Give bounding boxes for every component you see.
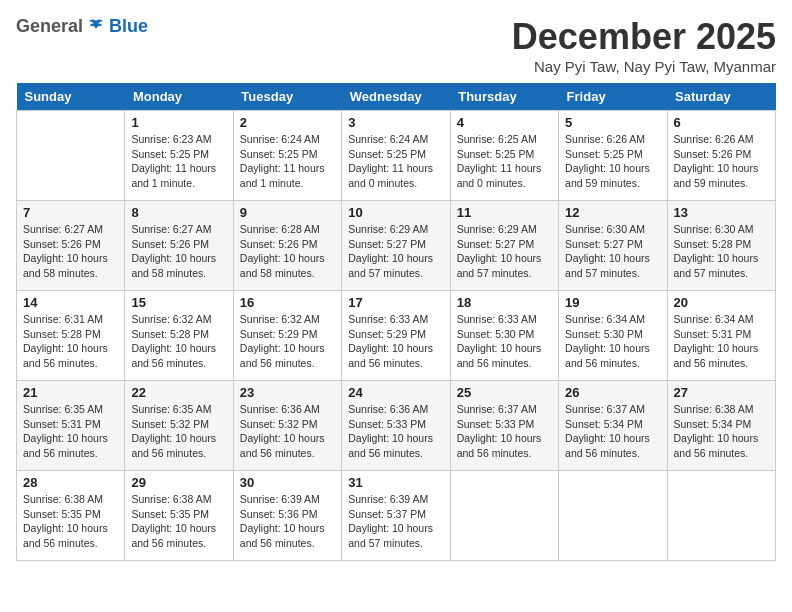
calendar-cell: 5Sunrise: 6:26 AMSunset: 5:25 PMDaylight…: [559, 111, 667, 201]
day-number: 27: [674, 385, 769, 400]
day-number: 11: [457, 205, 552, 220]
calendar-table: SundayMondayTuesdayWednesdayThursdayFrid…: [16, 83, 776, 561]
day-number: 16: [240, 295, 335, 310]
calendar-cell: 31Sunrise: 6:39 AMSunset: 5:37 PMDayligh…: [342, 471, 450, 561]
day-info: Sunrise: 6:37 AMSunset: 5:34 PMDaylight:…: [565, 402, 660, 461]
day-info: Sunrise: 6:35 AMSunset: 5:31 PMDaylight:…: [23, 402, 118, 461]
day-info: Sunrise: 6:23 AMSunset: 5:25 PMDaylight:…: [131, 132, 226, 191]
day-header-sunday: Sunday: [17, 83, 125, 111]
calendar-cell: 29Sunrise: 6:38 AMSunset: 5:35 PMDayligh…: [125, 471, 233, 561]
day-number: 6: [674, 115, 769, 130]
day-number: 10: [348, 205, 443, 220]
calendar-cell: 27Sunrise: 6:38 AMSunset: 5:34 PMDayligh…: [667, 381, 775, 471]
calendar-header-row: SundayMondayTuesdayWednesdayThursdayFrid…: [17, 83, 776, 111]
day-number: 26: [565, 385, 660, 400]
logo: General Blue: [16, 16, 148, 37]
day-number: 8: [131, 205, 226, 220]
day-info: Sunrise: 6:33 AMSunset: 5:29 PMDaylight:…: [348, 312, 443, 371]
calendar-cell: 30Sunrise: 6:39 AMSunset: 5:36 PMDayligh…: [233, 471, 341, 561]
day-info: Sunrise: 6:32 AMSunset: 5:28 PMDaylight:…: [131, 312, 226, 371]
calendar-cell: 19Sunrise: 6:34 AMSunset: 5:30 PMDayligh…: [559, 291, 667, 381]
day-info: Sunrise: 6:33 AMSunset: 5:30 PMDaylight:…: [457, 312, 552, 371]
day-info: Sunrise: 6:36 AMSunset: 5:33 PMDaylight:…: [348, 402, 443, 461]
title-section: December 2025 Nay Pyi Taw, Nay Pyi Taw, …: [512, 16, 776, 75]
calendar-cell: 11Sunrise: 6:29 AMSunset: 5:27 PMDayligh…: [450, 201, 558, 291]
day-number: 24: [348, 385, 443, 400]
calendar-cell: 17Sunrise: 6:33 AMSunset: 5:29 PMDayligh…: [342, 291, 450, 381]
day-number: 14: [23, 295, 118, 310]
day-number: 29: [131, 475, 226, 490]
calendar-week-3: 14Sunrise: 6:31 AMSunset: 5:28 PMDayligh…: [17, 291, 776, 381]
day-info: Sunrise: 6:38 AMSunset: 5:35 PMDaylight:…: [23, 492, 118, 551]
day-info: Sunrise: 6:25 AMSunset: 5:25 PMDaylight:…: [457, 132, 552, 191]
day-info: Sunrise: 6:24 AMSunset: 5:25 PMDaylight:…: [348, 132, 443, 191]
logo-general-text: General: [16, 16, 83, 37]
day-number: 25: [457, 385, 552, 400]
calendar-cell: 21Sunrise: 6:35 AMSunset: 5:31 PMDayligh…: [17, 381, 125, 471]
calendar-cell: 25Sunrise: 6:37 AMSunset: 5:33 PMDayligh…: [450, 381, 558, 471]
day-number: 1: [131, 115, 226, 130]
day-info: Sunrise: 6:27 AMSunset: 5:26 PMDaylight:…: [131, 222, 226, 281]
day-info: Sunrise: 6:34 AMSunset: 5:31 PMDaylight:…: [674, 312, 769, 371]
calendar-cell: 9Sunrise: 6:28 AMSunset: 5:26 PMDaylight…: [233, 201, 341, 291]
day-number: 18: [457, 295, 552, 310]
day-header-monday: Monday: [125, 83, 233, 111]
calendar-cell: 1Sunrise: 6:23 AMSunset: 5:25 PMDaylight…: [125, 111, 233, 201]
day-info: Sunrise: 6:30 AMSunset: 5:28 PMDaylight:…: [674, 222, 769, 281]
day-number: 2: [240, 115, 335, 130]
day-number: 3: [348, 115, 443, 130]
calendar-cell: [17, 111, 125, 201]
calendar-cell: 13Sunrise: 6:30 AMSunset: 5:28 PMDayligh…: [667, 201, 775, 291]
day-info: Sunrise: 6:24 AMSunset: 5:25 PMDaylight:…: [240, 132, 335, 191]
logo-blue-text: Blue: [109, 16, 148, 37]
calendar-cell: 15Sunrise: 6:32 AMSunset: 5:28 PMDayligh…: [125, 291, 233, 381]
day-info: Sunrise: 6:28 AMSunset: 5:26 PMDaylight:…: [240, 222, 335, 281]
calendar-cell: 7Sunrise: 6:27 AMSunset: 5:26 PMDaylight…: [17, 201, 125, 291]
day-number: 7: [23, 205, 118, 220]
calendar-cell: 24Sunrise: 6:36 AMSunset: 5:33 PMDayligh…: [342, 381, 450, 471]
calendar-cell: 28Sunrise: 6:38 AMSunset: 5:35 PMDayligh…: [17, 471, 125, 561]
day-info: Sunrise: 6:26 AMSunset: 5:26 PMDaylight:…: [674, 132, 769, 191]
day-number: 31: [348, 475, 443, 490]
day-header-tuesday: Tuesday: [233, 83, 341, 111]
day-info: Sunrise: 6:29 AMSunset: 5:27 PMDaylight:…: [457, 222, 552, 281]
day-header-thursday: Thursday: [450, 83, 558, 111]
day-header-wednesday: Wednesday: [342, 83, 450, 111]
calendar-cell: 26Sunrise: 6:37 AMSunset: 5:34 PMDayligh…: [559, 381, 667, 471]
day-info: Sunrise: 6:36 AMSunset: 5:32 PMDaylight:…: [240, 402, 335, 461]
day-info: Sunrise: 6:26 AMSunset: 5:25 PMDaylight:…: [565, 132, 660, 191]
day-header-saturday: Saturday: [667, 83, 775, 111]
calendar-cell: [559, 471, 667, 561]
day-number: 23: [240, 385, 335, 400]
calendar-cell: 22Sunrise: 6:35 AMSunset: 5:32 PMDayligh…: [125, 381, 233, 471]
calendar-cell: 23Sunrise: 6:36 AMSunset: 5:32 PMDayligh…: [233, 381, 341, 471]
day-number: 9: [240, 205, 335, 220]
day-info: Sunrise: 6:38 AMSunset: 5:35 PMDaylight:…: [131, 492, 226, 551]
day-info: Sunrise: 6:39 AMSunset: 5:37 PMDaylight:…: [348, 492, 443, 551]
day-number: 21: [23, 385, 118, 400]
calendar-cell: 10Sunrise: 6:29 AMSunset: 5:27 PMDayligh…: [342, 201, 450, 291]
calendar-cell: [667, 471, 775, 561]
calendar-cell: 16Sunrise: 6:32 AMSunset: 5:29 PMDayligh…: [233, 291, 341, 381]
day-number: 15: [131, 295, 226, 310]
calendar-cell: 6Sunrise: 6:26 AMSunset: 5:26 PMDaylight…: [667, 111, 775, 201]
day-info: Sunrise: 6:39 AMSunset: 5:36 PMDaylight:…: [240, 492, 335, 551]
day-number: 20: [674, 295, 769, 310]
day-number: 30: [240, 475, 335, 490]
month-title: December 2025: [512, 16, 776, 58]
calendar-cell: 8Sunrise: 6:27 AMSunset: 5:26 PMDaylight…: [125, 201, 233, 291]
location-text: Nay Pyi Taw, Nay Pyi Taw, Myanmar: [512, 58, 776, 75]
day-header-friday: Friday: [559, 83, 667, 111]
calendar-cell: 3Sunrise: 6:24 AMSunset: 5:25 PMDaylight…: [342, 111, 450, 201]
day-info: Sunrise: 6:35 AMSunset: 5:32 PMDaylight:…: [131, 402, 226, 461]
calendar-week-1: 1Sunrise: 6:23 AMSunset: 5:25 PMDaylight…: [17, 111, 776, 201]
calendar-cell: [450, 471, 558, 561]
day-info: Sunrise: 6:37 AMSunset: 5:33 PMDaylight:…: [457, 402, 552, 461]
calendar-week-5: 28Sunrise: 6:38 AMSunset: 5:35 PMDayligh…: [17, 471, 776, 561]
day-number: 28: [23, 475, 118, 490]
day-info: Sunrise: 6:30 AMSunset: 5:27 PMDaylight:…: [565, 222, 660, 281]
day-number: 12: [565, 205, 660, 220]
day-info: Sunrise: 6:34 AMSunset: 5:30 PMDaylight:…: [565, 312, 660, 371]
day-number: 5: [565, 115, 660, 130]
calendar-cell: 4Sunrise: 6:25 AMSunset: 5:25 PMDaylight…: [450, 111, 558, 201]
